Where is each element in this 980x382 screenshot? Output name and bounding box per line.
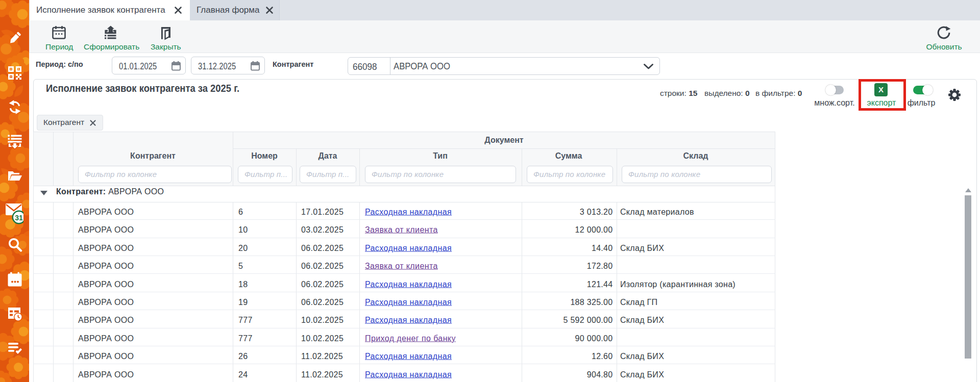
svg-text:31: 31 [15, 214, 23, 222]
